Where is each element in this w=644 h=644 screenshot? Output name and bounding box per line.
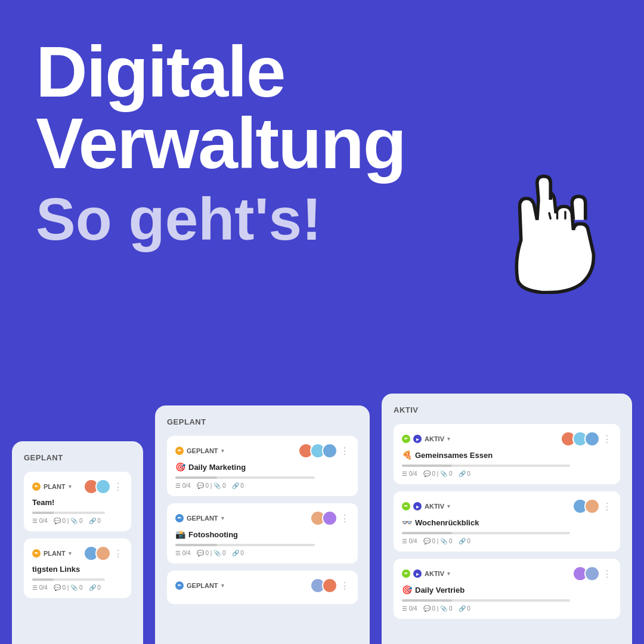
chevron-down-icon: ▾: [221, 448, 224, 454]
dots-menu-icon[interactable]: ⋮: [340, 445, 349, 457]
progress-bar: [402, 532, 570, 534]
task-meta: ☰ 0/4 💬 0 | 📎 0 🔗 0: [32, 518, 123, 524]
progress-fill: [32, 578, 54, 581]
status-icon: ✏: [402, 435, 410, 443]
task-emoji: 📸: [175, 530, 185, 539]
avatar: [584, 499, 600, 514]
task-item[interactable]: ✏ ▶ AKTIV ▾ ⋮ 👓 Wochenrückblick: [394, 491, 620, 552]
link-meta: 🔗 0: [89, 518, 101, 524]
avatar: [322, 443, 338, 459]
status-label: GEPLANT: [187, 515, 218, 522]
progress-fill: [175, 476, 217, 479]
avatars: [310, 578, 338, 593]
right-section-title: AKTIV: [394, 405, 620, 414]
task-status: ✏ GEPLANT ▾: [175, 447, 224, 455]
chevron-down-icon: ▾: [447, 436, 450, 442]
progress-bar: [402, 465, 570, 467]
task-status: ✏ GEPLANT ▾: [175, 514, 224, 522]
hero-section: Digitale Verwaltung So geht's!: [36, 36, 405, 253]
status-icon: ✏: [175, 514, 184, 522]
checklist-meta: ☰ 0/4: [32, 584, 48, 591]
comment-meta: 💬 0 | 📎 0: [54, 584, 83, 591]
checklist-meta: ☰ 0/4: [402, 538, 417, 544]
dots-menu-icon[interactable]: ⋮: [340, 580, 349, 592]
task-item[interactable]: ✏ GEPLANT ▾ ⋮ 📸 Fotoshooting: [167, 503, 358, 564]
link-meta: 🔗 0: [232, 482, 244, 489]
avatar: [322, 510, 338, 526]
avatars: [572, 499, 600, 514]
avatar: [584, 431, 600, 447]
progress-bar: [175, 476, 315, 479]
hand-cursor-icon: [501, 173, 608, 286]
card-left: GEPLANT ✏ PLANT ▾ ⋮ Team!: [12, 441, 143, 644]
task-name-wochenrueckblick: 👓 Wochenrückblick: [402, 518, 612, 527]
task-item[interactable]: ✏ ▶ AKTIV ▾ ⋮ 🎯 Daily Vertrieb: [394, 559, 620, 619]
progress-fill: [175, 544, 217, 546]
dots-menu-icon[interactable]: ⋮: [602, 434, 612, 445]
task-item[interactable]: ✏ GEPLANT ▾ ⋮: [167, 571, 358, 604]
task-item[interactable]: ✏ ▶ AKTIV ▾ ⋮ 🍕 Gemeinsames Essen: [394, 424, 620, 484]
chevron-down-icon: ▾: [447, 571, 450, 577]
dots-menu-icon[interactable]: ⋮: [113, 548, 123, 559]
progress-fill: [402, 532, 452, 534]
cards-area: GEPLANT ✏ PLANT ▾ ⋮ Team!: [0, 394, 644, 644]
middle-section-title: GEPLANT: [167, 417, 358, 426]
task-status: ✏ GEPLANT ▾: [175, 581, 224, 590]
dots-menu-icon[interactable]: ⋮: [602, 501, 612, 512]
comment-meta: 💬 0 | 📎 0: [423, 605, 453, 612]
comment-meta: 💬 0 | 📎 0: [423, 470, 453, 477]
progress-bar: [175, 544, 315, 546]
status-label: AKTIV: [425, 570, 444, 577]
task-name-daily-marketing: 🎯 Daily Marketing: [175, 462, 349, 472]
task-emoji: 🎯: [402, 585, 412, 595]
dots-menu-icon[interactable]: ⋮: [602, 568, 612, 580]
link-meta: 🔗 0: [232, 550, 244, 556]
task-emoji: 👓: [402, 518, 412, 527]
dots-menu-icon[interactable]: ⋮: [340, 513, 349, 524]
status-label: PLANT: [44, 483, 66, 490]
play-icon: ▶: [413, 569, 422, 578]
avatar: [322, 578, 338, 593]
task-item[interactable]: ✏ PLANT ▾ ⋮ tigsten Links ☰ 0/4 💬 0: [24, 538, 131, 598]
status-icon: ✏: [32, 482, 41, 491]
play-icon: ▶: [413, 502, 422, 510]
comment-meta: 💬 0 | 📎 0: [197, 550, 226, 556]
task-name: tigsten Links: [32, 565, 123, 574]
comment-meta: 💬 0 | 📎 0: [54, 518, 83, 524]
checklist-meta: ☰ 0/4: [402, 605, 417, 612]
progress-fill: [402, 599, 452, 602]
status-icon: ✏: [32, 549, 41, 558]
task-meta: ☰ 0/4 💬 0 | 📎 0 🔗 0: [175, 550, 349, 556]
task-emoji: 🎯: [175, 462, 185, 472]
task-name-fotoshooting: 📸 Fotoshooting: [175, 530, 349, 539]
status-icon: ✏: [175, 581, 184, 590]
hero-title-line2: Verwaltung: [36, 107, 405, 179]
task-status: ✏ PLANT ▾: [32, 482, 72, 491]
comment-meta: 💬 0 | 📎 0: [423, 538, 453, 544]
progress-fill: [402, 465, 452, 467]
avatars: [83, 546, 111, 561]
hero-subtitle: So geht's!: [36, 185, 405, 253]
task-emoji: 🍕: [402, 450, 412, 460]
checklist-meta: ☰ 0/4: [32, 518, 48, 524]
chevron-down-icon: ▾: [221, 515, 224, 521]
task-item[interactable]: ✏ PLANT ▾ ⋮ Team! ☰ 0/4 💬 0 | 📎 0: [24, 472, 131, 531]
dots-menu-icon[interactable]: ⋮: [113, 481, 123, 493]
task-name-gemeinsames-essen: 🍕 Gemeinsames Essen: [402, 450, 612, 460]
avatars: [310, 510, 338, 526]
chevron-down-icon: ▾: [69, 484, 72, 490]
task-meta: ☰ 0/4 💬 0 | 📎 0 🔗 0: [402, 538, 612, 544]
status-icon: ✏: [402, 569, 410, 578]
task-meta: ☰ 0/4 💬 0 | 📎 0 🔗 0: [32, 584, 123, 591]
status-label: GEPLANT: [187, 582, 218, 589]
link-meta: 🔗 0: [459, 470, 470, 477]
link-meta: 🔗 0: [89, 584, 101, 591]
task-item[interactable]: ✏ GEPLANT ▾ ⋮ 🎯 Daily Marketing: [167, 436, 358, 496]
task-status: ✏ ▶ AKTIV ▾: [402, 569, 450, 578]
avatar: [95, 479, 111, 494]
task-status: ✏ PLANT ▾: [32, 549, 72, 558]
progress-fill: [32, 512, 54, 514]
task-meta: ☰ 0/4 💬 0 | 📎 0 🔗 0: [402, 470, 612, 477]
hero-title-line1: Digitale: [36, 36, 405, 107]
avatars: [561, 431, 600, 447]
